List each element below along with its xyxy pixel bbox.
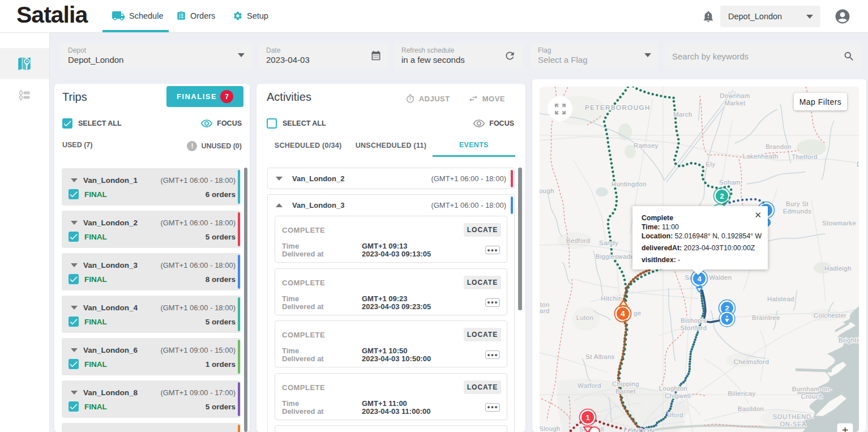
svg-text:Huntingdon: Huntingdon bbox=[612, 181, 647, 187]
svg-text:1: 1 bbox=[585, 413, 589, 422]
svg-text:Billericay: Billericay bbox=[728, 390, 755, 397]
svg-text:March: March bbox=[673, 111, 692, 118]
svg-text:Bishop's: Bishop's bbox=[681, 317, 707, 324]
svg-text:Ilford: Ilford bbox=[668, 412, 683, 418]
svg-text:PETERBOROUGH: PETERBOROUGH bbox=[585, 104, 651, 111]
svg-text:Burnham-on-: Burnham-on- bbox=[792, 386, 832, 392]
svg-text:Thetford: Thetford bbox=[792, 153, 817, 160]
svg-text:Bury St: Bury St bbox=[786, 200, 809, 207]
svg-text:ge: ge bbox=[634, 310, 641, 316]
svg-text:Loughton: Loughton bbox=[659, 385, 687, 392]
svg-text:Ramsey: Ramsey bbox=[634, 142, 659, 149]
svg-text:Biggleswade: Biggleswade bbox=[596, 253, 634, 260]
svg-text:LONDON: LONDON bbox=[623, 427, 655, 432]
svg-text:Bedford: Bedford bbox=[566, 237, 590, 244]
svg-text:Slough: Slough bbox=[540, 425, 561, 432]
svg-text:D: D bbox=[857, 161, 859, 168]
svg-text:Watford: Watford bbox=[578, 382, 601, 389]
svg-text:Lakenheath: Lakenheath bbox=[742, 153, 778, 160]
svg-text:Market: Market bbox=[725, 100, 746, 106]
svg-text:e: e bbox=[540, 339, 540, 346]
svg-text:Soham: Soham bbox=[719, 179, 741, 186]
svg-text:Braintree: Braintree bbox=[752, 314, 780, 321]
svg-text:Colchester: Colchester bbox=[814, 312, 846, 319]
svg-text:Luton: Luton bbox=[576, 314, 593, 321]
svg-text:2: 2 bbox=[720, 192, 724, 200]
svg-text:4: 4 bbox=[621, 309, 625, 318]
svg-text:Hadleigh: Hadleigh bbox=[824, 265, 852, 272]
svg-text:Stowmarke: Stowmarke bbox=[822, 220, 856, 226]
svg-text:Chelmsford: Chelmsford bbox=[734, 358, 769, 365]
svg-text:Crouch: Crouch bbox=[801, 393, 823, 400]
svg-text:SOUTHEND-: SOUTHEND- bbox=[773, 413, 814, 420]
svg-text:Stortford: Stortford bbox=[681, 324, 707, 331]
svg-text:Edmunds: Edmunds bbox=[783, 208, 812, 215]
svg-text:St Albans: St Albans bbox=[585, 353, 614, 360]
svg-text:rough: rough bbox=[540, 187, 554, 194]
svg-text:Brandon: Brandon bbox=[766, 143, 792, 150]
svg-text:Brightling: Brightling bbox=[839, 337, 859, 344]
svg-text:Ely: Ely bbox=[706, 161, 716, 168]
svg-text:4: 4 bbox=[697, 275, 702, 283]
svg-text:Downham: Downham bbox=[720, 92, 750, 99]
svg-text:zard: zard bbox=[540, 307, 550, 314]
svg-text:Halstead: Halstead bbox=[767, 296, 794, 302]
svg-text:Hitchin: Hitchin bbox=[601, 295, 622, 302]
svg-text:Chipping: Chipping bbox=[612, 380, 639, 387]
svg-text:Chigwell: Chigwell bbox=[665, 392, 691, 399]
svg-text:ON-SEA: ON-SEA bbox=[780, 421, 807, 427]
svg-text:Barnet: Barnet bbox=[615, 388, 636, 395]
svg-text:Basildon: Basildon bbox=[738, 405, 764, 412]
svg-text:Sandy: Sandy bbox=[599, 239, 618, 246]
